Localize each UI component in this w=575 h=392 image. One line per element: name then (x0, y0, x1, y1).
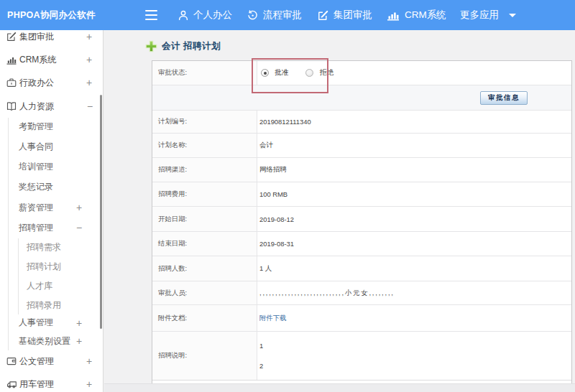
sidebar-item-vehicle-mgmt[interactable]: 用车管理 + (0, 377, 103, 391)
sidebar-item-label: 集团审批 (19, 31, 54, 43)
field-value: 100 RMB (257, 182, 571, 206)
field-label: 招聘渠道: (152, 158, 257, 182)
page-title: 会计 招聘计划 (145, 39, 221, 52)
book-icon (6, 101, 17, 111)
page-title-text: 会计 招聘计划 (162, 40, 221, 52)
form-row-headcount: 招聘人数: 1 人 (152, 256, 571, 281)
app-logo: PHPOA协同办公软件 (7, 0, 96, 30)
form-row-approval-info: 审批信息 (152, 85, 571, 111)
field-label: 招聘费用: (152, 182, 257, 206)
expand-plus-icon[interactable]: + (86, 32, 92, 42)
sidebar-item-label: 公文管理 (19, 355, 54, 368)
expand-plus-icon[interactable]: + (86, 379, 92, 389)
sidebar-item-recruit-mgmt[interactable]: 招聘管理 − (0, 220, 103, 235)
sidebar-item-recruit-demand[interactable]: 招聘需求 (0, 240, 103, 254)
nav-item-personal-office[interactable]: 个人办公 (178, 0, 232, 30)
field-label: 招聘人数: (152, 256, 257, 281)
expand-plus-icon[interactable]: + (86, 78, 92, 88)
sidebar-item-recruit-hire[interactable]: 招聘录用 (0, 298, 103, 312)
form-row-attachment: 附件文档: 附件下载 (152, 305, 571, 332)
nav-item-label: 个人办公 (193, 9, 232, 22)
nav-item-label: CRM系统 (405, 9, 446, 22)
field-value: 2019-08-31 (257, 232, 571, 256)
bar-chart-icon (387, 10, 400, 21)
form-row-recruit-cost: 招聘费用: 100 RMB (152, 182, 571, 207)
horizontal-scrollbar-track[interactable] (104, 383, 575, 392)
field-value: 网络招聘 (257, 158, 571, 182)
attachment-download-link[interactable]: 附件下载 (259, 314, 287, 323)
collapse-minus-icon[interactable]: − (76, 223, 82, 233)
sidebar-item-training-mgmt[interactable]: 培训管理 (0, 160, 103, 174)
nav-item-more-apps[interactable]: 更多应用 (460, 0, 516, 30)
expand-plus-icon[interactable]: + (76, 202, 82, 213)
folder-icon (6, 356, 17, 366)
approval-status-field: 批准 拒绝 (257, 61, 571, 85)
process-arrow-icon (247, 10, 258, 21)
nav-item-label: 集团审批 (334, 9, 372, 22)
edit-square-icon (6, 32, 17, 42)
sidebar-item-document-mgmt[interactable]: 公文管理 + (0, 354, 103, 368)
expand-plus-icon[interactable]: + (86, 55, 92, 65)
sidebar-item-recruit-plan[interactable]: 招聘计划 (0, 259, 103, 274)
sidebar-item-talent-pool[interactable]: 人才库 (0, 279, 103, 294)
sidebar-item-personnel-mgmt[interactable]: 人事管理 + (0, 316, 103, 330)
sidebar-item-label: 招聘录用 (27, 299, 61, 312)
briefcase-icon (6, 78, 17, 88)
sidebar-item-human-resources[interactable]: 人力资源 − (0, 99, 103, 113)
sidebar-item-label: 基础类别设置 (19, 335, 70, 347)
sidebar-item-attendance-mgmt[interactable]: 考勤管理 (0, 119, 103, 134)
form-row-recruit-channel: 招聘渠道: 网络招聘 (152, 158, 571, 182)
truck-icon (6, 379, 17, 389)
sidebar-item-salary-mgmt[interactable]: 薪资管理 + (0, 200, 103, 215)
radio-reject-label: 拒绝 (320, 68, 334, 78)
nav-item-crm-system[interactable]: CRM系统 (387, 0, 446, 30)
sidebar-item-hr-contract[interactable]: 人事合同 (0, 139, 103, 154)
sidebar-item-label: 奖惩记录 (19, 181, 53, 193)
nav-item-group-approval[interactable]: 集团审批 (318, 0, 372, 30)
field-value: 2019-08-12 (257, 207, 571, 231)
sidebar-item-base-category[interactable]: 基础类别设置 + (0, 334, 103, 348)
sidebar-item-admin-office[interactable]: 行政办公 + (0, 75, 103, 90)
expand-plus-icon[interactable]: + (76, 318, 82, 328)
form-row-plan-number: 计划编号: 20190812111340 (152, 111, 571, 134)
field-label: 审批人员: (152, 281, 257, 304)
field-value: 会计 (257, 134, 571, 157)
field-value: ,,,,,,,,,,,,,,,,,,,,,,,,,,,小元女,,,,,,,, (257, 281, 571, 304)
caret-down-icon (509, 14, 516, 17)
sidebar-item-crm-system[interactable]: CRM系统 + (0, 52, 103, 67)
collapse-minus-icon[interactable]: − (87, 101, 93, 111)
approval-info-button[interactable]: 审批信息 (480, 91, 528, 105)
sidebar-item-label: 招聘管理 (19, 222, 53, 234)
sidebar-scrollbar[interactable] (100, 95, 102, 329)
sidebar-item-label: CRM系统 (19, 54, 56, 66)
sidebar-item-label: 招聘需求 (27, 241, 61, 253)
field-value: 1 2 (257, 332, 571, 380)
expand-plus-icon[interactable]: + (76, 336, 82, 346)
recruit-plan-form: 审批状态: 批准 拒绝 审批信息 计划编号: 20190812111340 计划… (152, 60, 572, 383)
expand-plus-icon[interactable]: + (86, 356, 92, 366)
sidebar: 集团审批 + CRM系统 + 行政办公 + 人力资源 − 考勤管理 人事合同 培… (0, 30, 104, 392)
form-row-end-date: 结束日期: 2019-08-31 (152, 232, 571, 256)
main-content: 会计 招聘计划 审批状态: 批准 拒绝 审批信息 计划编号: 201908121… (104, 30, 575, 392)
radio-approve[interactable] (261, 69, 269, 77)
field-value: 20190812111340 (257, 111, 571, 133)
add-plus-icon (145, 40, 157, 52)
sidebar-item-group-approval[interactable]: 集团审批 + (0, 29, 103, 44)
hamburger-menu-icon[interactable] (145, 10, 157, 20)
sidebar-item-label: 薪资管理 (19, 202, 53, 214)
field-label: 计划名称: (152, 134, 257, 157)
field-label: 招聘说明: (152, 332, 257, 380)
form-row-start-date: 开始日期: 2019-08-12 (152, 207, 571, 232)
form-row-approval-status: 审批状态: 批准 拒绝 (152, 61, 571, 85)
user-icon (178, 10, 188, 21)
field-label: 计划编号: (152, 111, 257, 133)
form-row-approvers: 审批人员: ,,,,,,,,,,,,,,,,,,,,,,,,,,,小元女,,,,… (152, 281, 571, 305)
field-label: 附件文档: (152, 305, 257, 331)
nav-item-label: 流程审批 (263, 9, 302, 22)
nav-item-process-approval[interactable]: 流程审批 (247, 0, 302, 30)
sidebar-item-label: 人事管理 (19, 317, 53, 329)
radio-reject[interactable] (305, 69, 313, 77)
sidebar-item-label: 行政办公 (19, 77, 54, 89)
sidebar-item-reward-punishment[interactable]: 奖惩记录 (0, 180, 103, 195)
form-row-recruit-description: 招聘说明: 1 2 (152, 332, 571, 381)
